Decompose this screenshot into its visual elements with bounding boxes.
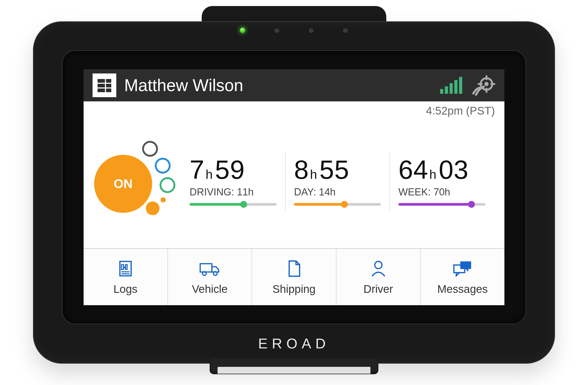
status-option-d-icon[interactable] bbox=[160, 177, 175, 193]
svg-rect-7 bbox=[440, 89, 443, 94]
timer-mins: 59 bbox=[215, 155, 245, 184]
dashboard: ON 7h59 DRIVING: 11h bbox=[84, 120, 504, 248]
nav-driver[interactable]: Driver bbox=[336, 249, 420, 305]
nav-logs[interactable]: Logs bbox=[84, 249, 167, 305]
svg-point-13 bbox=[484, 82, 489, 86]
gps-icon bbox=[471, 75, 495, 96]
led-icon bbox=[309, 28, 314, 33]
timer-driving: 7h59 DRIVING: 11h bbox=[181, 156, 285, 206]
timer-hours: 8 bbox=[294, 155, 309, 184]
h-unit: h bbox=[429, 167, 437, 181]
svg-rect-4 bbox=[106, 79, 111, 83]
truck-icon bbox=[198, 259, 221, 279]
duty-status-label: ON bbox=[114, 176, 133, 191]
status-option-sb-icon[interactable] bbox=[155, 158, 171, 174]
nav-label: Driver bbox=[364, 283, 393, 295]
svg-rect-21 bbox=[200, 264, 212, 272]
device-body: Matthew Wilson bbox=[33, 21, 555, 364]
app-logo-icon[interactable] bbox=[93, 73, 116, 97]
timer-bar bbox=[294, 203, 381, 206]
nav-vehicle[interactable]: Vehicle bbox=[167, 249, 252, 305]
timer-bar bbox=[190, 203, 277, 206]
device-label-strip bbox=[218, 367, 370, 374]
svg-point-24 bbox=[375, 261, 382, 269]
timer-mins: 55 bbox=[319, 155, 349, 184]
device-foot bbox=[210, 358, 378, 374]
nav-label: Logs bbox=[113, 283, 137, 295]
nav-label: Messages bbox=[437, 283, 488, 295]
document-icon bbox=[283, 259, 305, 279]
clock: 4:52pm (PST) bbox=[426, 105, 495, 117]
led-power-icon bbox=[240, 28, 245, 33]
messages-icon bbox=[451, 259, 474, 279]
led-icon bbox=[343, 28, 348, 33]
person-icon bbox=[367, 259, 390, 279]
screen-bezel: Matthew Wilson bbox=[62, 50, 526, 324]
bottom-nav: Logs Vehicle bbox=[84, 248, 504, 305]
svg-rect-6 bbox=[106, 88, 111, 92]
h-unit: h bbox=[310, 167, 317, 181]
signal-icon bbox=[440, 77, 463, 94]
status-trail-dot-icon bbox=[146, 201, 160, 215]
driver-name: Matthew Wilson bbox=[124, 76, 243, 95]
eld-device: Matthew Wilson bbox=[33, 21, 555, 364]
nav-label: Vehicle bbox=[192, 283, 228, 295]
timer-label: DAY: 14h bbox=[294, 186, 381, 198]
led-icon bbox=[274, 28, 279, 33]
nav-messages[interactable]: Messages bbox=[420, 249, 504, 305]
svg-rect-8 bbox=[445, 86, 448, 94]
svg-rect-3 bbox=[98, 88, 105, 92]
svg-rect-9 bbox=[450, 83, 453, 94]
svg-rect-2 bbox=[98, 84, 105, 87]
clock-row: 4:52pm (PST) bbox=[84, 101, 504, 120]
h-unit: h bbox=[206, 167, 213, 181]
timer-label: DRIVING: 11h bbox=[190, 186, 277, 198]
device-brand: EROAD bbox=[258, 335, 330, 352]
logs-icon bbox=[114, 259, 137, 279]
status-trail-dot-icon bbox=[161, 197, 166, 203]
svg-rect-10 bbox=[454, 80, 457, 94]
timer-hours: 7 bbox=[190, 155, 205, 184]
timer-week: 64h03 WEEK: 70h bbox=[390, 156, 494, 206]
timer-hours: 64 bbox=[398, 155, 428, 184]
timer-label: WEEK: 70h bbox=[398, 186, 485, 198]
duty-status-current[interactable]: ON bbox=[94, 155, 152, 213]
svg-rect-1 bbox=[98, 79, 105, 83]
svg-rect-5 bbox=[106, 84, 111, 87]
status-option-off-icon[interactable] bbox=[142, 141, 158, 157]
app-header: Matthew Wilson bbox=[84, 69, 504, 101]
timer-day: 8h55 DAY: 14h bbox=[286, 156, 389, 206]
status-leds bbox=[240, 28, 348, 33]
nav-shipping[interactable]: Shipping bbox=[252, 249, 336, 305]
nav-label: Shipping bbox=[272, 283, 315, 295]
duty-status-selector[interactable]: ON bbox=[94, 140, 181, 222]
timer-mins: 03 bbox=[439, 155, 469, 184]
timer-bar bbox=[398, 203, 485, 206]
svg-rect-11 bbox=[459, 77, 462, 94]
screen: Matthew Wilson bbox=[84, 69, 504, 305]
